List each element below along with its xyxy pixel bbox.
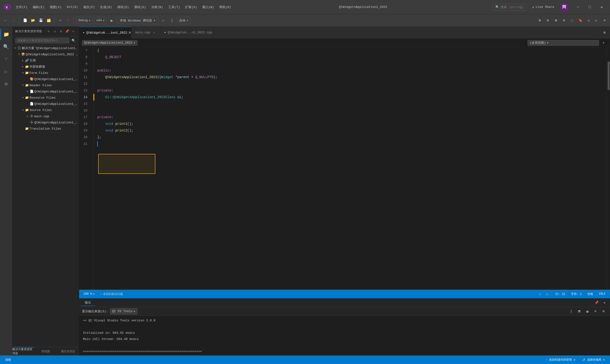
new-button[interactable]: 📄 bbox=[21, 17, 29, 24]
sidebar-search-input[interactable] bbox=[15, 38, 69, 43]
prev-error-btn[interactable]: ◁ bbox=[536, 290, 543, 298]
open-button[interactable]: 📂 bbox=[29, 17, 37, 24]
forward-button[interactable]: → bbox=[10, 17, 17, 24]
tool-btn-2[interactable]: ⊟ bbox=[544, 17, 551, 24]
tree-source-file-2[interactable]: ➕ QtWidgetsApplication1_2022.cpp bbox=[13, 119, 79, 126]
zoom-status[interactable]: 100 % ▾ bbox=[82, 292, 96, 296]
code-lines[interactable]: { Q_OBJECT public: QtWidgetsApplication1… bbox=[93, 47, 607, 290]
menu-project[interactable]: 项目(P) bbox=[81, 4, 97, 10]
panel-tab-output[interactable]: 输出 bbox=[81, 299, 95, 306]
no-issues-status[interactable]: ✔ 未找到相关问题 bbox=[99, 292, 124, 297]
output-action-4[interactable]: ≡ bbox=[592, 308, 599, 315]
col-status[interactable]: 字符: 1 bbox=[570, 292, 583, 297]
sidebar-tab-solution[interactable]: 解决方案资源管理器 bbox=[13, 347, 35, 355]
panel-close-btn[interactable]: ✕ bbox=[601, 299, 608, 306]
tool-btn-1[interactable]: ⊞ bbox=[536, 17, 543, 24]
footer-status[interactable]: 就绪 bbox=[4, 357, 13, 362]
editor-scrollbar[interactable] bbox=[607, 47, 610, 290]
sidebar-settings-btn[interactable]: ⚙ bbox=[58, 29, 64, 34]
tree-project[interactable]: ▼ 📦 QtWidgetsApplication1_2022 (Visual S bbox=[13, 51, 79, 57]
activity-git[interactable]: ⑂ bbox=[0, 53, 12, 65]
tab-main-cpp[interactable]: main.cpp ✕ bbox=[131, 27, 160, 38]
live-share-button[interactable]: ↗ Live Share bbox=[530, 4, 556, 11]
tree-translation-files[interactable]: 📁 Translation Files bbox=[13, 126, 79, 132]
tree-resource-files[interactable]: ▼ 📁 Resource Files bbox=[13, 95, 79, 101]
menu-analyze[interactable]: 分析(N) bbox=[149, 4, 165, 10]
tool-btn-9[interactable]: ≡ bbox=[601, 17, 608, 24]
panel-pin-btn[interactable]: 📌 bbox=[593, 299, 600, 306]
menu-git[interactable]: Git(G) bbox=[64, 4, 80, 10]
tool-btn-6[interactable]: 🔖 bbox=[577, 17, 584, 24]
tool-btn-7[interactable]: ◁ bbox=[585, 17, 592, 24]
menu-debug[interactable]: 调试(D) bbox=[115, 4, 131, 10]
save-all-button[interactable]: 🗂️ bbox=[45, 17, 52, 24]
tool-btn-3[interactable]: ⊠ bbox=[552, 17, 559, 24]
tree-form-files[interactable]: ▼ 📁 Form Files bbox=[13, 70, 79, 76]
run-no-debug[interactable]: ▷ bbox=[160, 17, 167, 24]
tree-source-file-1[interactable]: ▶ ➕ main.cpp bbox=[13, 113, 79, 119]
undo-button[interactable]: ↶ bbox=[57, 17, 64, 24]
menu-extensions[interactable]: 扩展(X) bbox=[183, 4, 199, 10]
maximize-button[interactable]: □ bbox=[584, 3, 595, 12]
menu-build[interactable]: 生成(B) bbox=[98, 4, 114, 10]
sidebar-refresh-btn[interactable]: ↺ bbox=[52, 29, 57, 34]
encoding-status[interactable]: CRLF bbox=[597, 292, 607, 296]
select-repo-btn[interactable]: ⎇ 选择存储库 ∨ bbox=[581, 357, 606, 362]
tab-header-file[interactable]: ● QtWidgetsA...ion1_2022.h* ✕ 📌 bbox=[79, 27, 131, 38]
scrollbar-thumb[interactable] bbox=[608, 62, 610, 90]
output-action-5[interactable]: ⊡ bbox=[600, 308, 607, 315]
tree-resource-file-1[interactable]: 📄 QtWidgetsApplication1_2022.qrc bbox=[13, 101, 79, 107]
sidebar-tab-classview[interactable]: 类视图 bbox=[35, 347, 57, 355]
output-action-2[interactable]: ⬒ bbox=[576, 308, 583, 315]
menu-edit[interactable]: 编辑(E) bbox=[30, 4, 47, 10]
next-error-btn[interactable]: ▷ bbox=[544, 290, 551, 298]
output-action-3[interactable]: ⬓ bbox=[584, 308, 591, 315]
menu-help[interactable]: 帮助(H) bbox=[217, 4, 233, 10]
sidebar-collapse-btn[interactable]: ≡ bbox=[46, 29, 51, 34]
menu-file[interactable]: 文件(F) bbox=[13, 4, 30, 10]
menu-view[interactable]: 视图(V) bbox=[47, 4, 64, 10]
activity-search[interactable]: 🔍 bbox=[0, 41, 12, 52]
back-button[interactable]: ← bbox=[2, 17, 9, 24]
tree-header-files[interactable]: ▼ 📁 Header Files bbox=[13, 82, 79, 88]
sidebar-pin-btn[interactable]: 📌 bbox=[65, 29, 70, 34]
run-button[interactable]: 本地 Windows 调试器 ▾ bbox=[117, 17, 158, 24]
line-status[interactable]: 行: 21 bbox=[554, 292, 567, 297]
run-icon-btn[interactable]: ▶ bbox=[108, 17, 115, 24]
minimize-button[interactable]: ─ bbox=[572, 3, 583, 12]
tool-btn-8[interactable]: ▷ bbox=[593, 17, 600, 24]
add-source-control-btn[interactable]: ↑ 添加到源代码管理 ∨ bbox=[544, 357, 577, 362]
save-button[interactable]: 💾 bbox=[37, 17, 44, 24]
breadcrumb-action-btn[interactable]: + bbox=[600, 39, 607, 46]
tab-settings-btn[interactable]: ⚙ bbox=[601, 29, 608, 36]
menu-tools[interactable]: 工具(T) bbox=[166, 4, 182, 10]
tool-btn-5[interactable]: ⬚ bbox=[569, 17, 576, 24]
tree-header-file-1[interactable]: ▶ 📄 QtWidgetsApplication1_2022.h bbox=[13, 88, 79, 95]
activity-extensions[interactable]: ⊞ bbox=[0, 78, 12, 90]
output-action-1[interactable]: | bbox=[568, 308, 575, 315]
auto-dropdown[interactable]: 自动 ▾ bbox=[177, 17, 190, 24]
account-avatar[interactable]: 阿 bbox=[560, 3, 569, 12]
close-button[interactable]: ✕ bbox=[596, 3, 607, 12]
search-icon-btn[interactable]: 🔍 bbox=[71, 38, 76, 43]
menu-window[interactable]: 窗口(W) bbox=[200, 4, 216, 10]
breadcrumb-project-dropdown[interactable]: QtWidgetsApplication1_2022 ▾ bbox=[82, 40, 138, 46]
tree-form-file-1[interactable]: 🎨 QtWidgetsApplication1_2022.ui bbox=[13, 76, 79, 82]
tab-close-btn[interactable]: ✕ bbox=[152, 30, 156, 35]
breadcrumb-scope-dropdown[interactable]: (全局范围) ▾ bbox=[528, 40, 599, 46]
activity-run[interactable]: ▷ bbox=[0, 66, 12, 77]
tree-solution[interactable]: ▼ ⬛ 解决方案'QtWidgetsApplication1_2022'(1 个 bbox=[13, 45, 79, 51]
search-bar[interactable]: 🔍 搜索 (Ctrl+Q) bbox=[493, 4, 526, 11]
output-source-dropdown[interactable]: Qt VS Tools ▾ bbox=[110, 308, 138, 314]
redo-button[interactable]: ↷ bbox=[65, 17, 72, 24]
tree-source-files[interactable]: ▼ 📁 Source Files bbox=[13, 107, 79, 113]
activity-explorer[interactable]: 📁 bbox=[0, 29, 12, 40]
menu-test[interactable]: 测试(S) bbox=[132, 4, 148, 10]
sidebar-close-btn[interactable]: ✕ bbox=[71, 29, 76, 34]
tree-references[interactable]: ▶ 🔗 引用 bbox=[13, 57, 79, 64]
spaces-status[interactable]: 空格 bbox=[586, 292, 595, 297]
code-editor[interactable]: 7 8 9 10 11 12 13 14 15 16 17 18 19 20 2… bbox=[79, 47, 610, 290]
platform-dropdown[interactable]: x64 ▾ bbox=[94, 17, 107, 24]
tab-cpp-file[interactable]: ● QtWidgetsA...n1_2022.cpp* ✕ bbox=[160, 27, 213, 38]
sidebar-tab-properties[interactable]: 属性管理器 bbox=[57, 347, 79, 355]
